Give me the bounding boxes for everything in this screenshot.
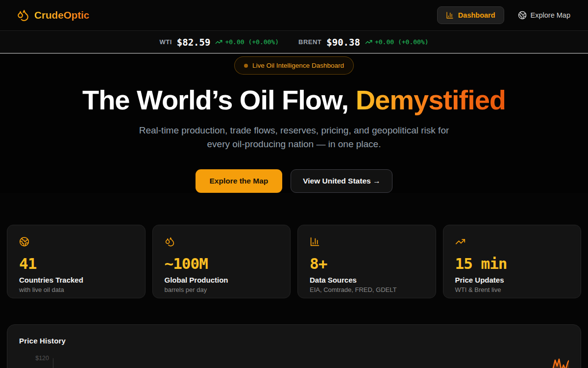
- page-subtitle: Real-time production, trade flows, reser…: [0, 124, 588, 152]
- droplets-icon: [17, 9, 29, 22]
- explore-map-button[interactable]: Explore the Map: [196, 169, 283, 193]
- wti-price: $82.59: [177, 37, 211, 48]
- wti-label: WTI: [159, 38, 172, 46]
- stat-value: 15 min: [455, 255, 569, 272]
- dashboard-button[interactable]: Dashboard: [437, 6, 504, 24]
- hero-cta-row: Explore the Map View United States →: [0, 169, 588, 193]
- stat-label: Countries Tracked: [19, 276, 133, 284]
- stat-subtext: EIA, Comtrade, FRED, GDELT: [310, 286, 424, 293]
- nav-links: Dashboard Explore Map: [437, 6, 570, 24]
- status-dot-icon: [244, 64, 248, 68]
- wti-change: +0.00 (+0.00%): [215, 38, 279, 46]
- navbar: CrudeOptic Dashboard Explore Map: [0, 0, 588, 31]
- trending-up-icon: [365, 38, 372, 46]
- brent-price: $90.38: [326, 37, 360, 48]
- explore-map-link[interactable]: Explore Map: [518, 11, 570, 20]
- dashboard-button-label: Dashboard: [458, 11, 495, 19]
- page-subtitle-line2: every oil-producing nation — in one plac…: [0, 137, 588, 152]
- price-ticker-bar: WTI $82.59 +0.00 (+0.00%) BRENT $90.38 +…: [0, 31, 588, 53]
- stats-row: 41 Countries Tracked with live oil data …: [7, 225, 581, 298]
- page-title-main: The World’s Oil Flow,: [82, 84, 356, 115]
- brent-ticker: BRENT $90.38 +0.00 (+0.00%): [298, 37, 429, 48]
- globe-icon: [518, 11, 527, 20]
- stat-card-updates: 15 min Price Updates WTI & Brent live: [443, 225, 582, 298]
- view-united-states-button[interactable]: View United States →: [291, 169, 392, 193]
- y-axis-labels: $120: [19, 358, 53, 368]
- stat-value: 8+: [310, 255, 424, 272]
- wti-ticker: WTI $82.59 +0.00 (+0.00%): [159, 37, 279, 48]
- wti-change-text: +0.00 (+0.00%): [225, 38, 279, 46]
- live-badge: Live Oil Intelligence Dashboard: [234, 56, 354, 75]
- stat-card-production: ~100M Global Production barrels per day: [152, 225, 291, 298]
- live-badge-label: Live Oil Intelligence Dashboard: [252, 62, 344, 69]
- stat-value: 41: [19, 255, 133, 272]
- brand-name: CrudeOptic: [34, 9, 89, 21]
- stat-label: Data Sources: [310, 276, 424, 284]
- globe-icon: [19, 237, 29, 247]
- trending-up-icon: [215, 38, 222, 46]
- page-title-accent: Demystified: [356, 84, 506, 115]
- price-history-chart: $120: [19, 358, 569, 368]
- hero-section: Live Oil Intelligence Dashboard The Worl…: [0, 53, 588, 193]
- brent-change-text: +0.00 (+0.00%): [375, 38, 429, 46]
- price-line-chart: [53, 358, 569, 368]
- explore-map-label: Explore Map: [531, 11, 570, 19]
- brent-change: +0.00 (+0.00%): [365, 38, 429, 46]
- stat-value: ~100M: [165, 255, 279, 272]
- droplets-icon: [165, 237, 175, 247]
- stat-subtext: barrels per day: [165, 286, 279, 293]
- stat-label: Global Production: [165, 276, 279, 284]
- bar-chart-icon: [446, 11, 454, 19]
- page-title: The World’s Oil Flow, Demystified: [0, 85, 588, 115]
- stat-label: Price Updates: [455, 276, 569, 284]
- stat-card-countries: 41 Countries Tracked with live oil data: [7, 225, 146, 298]
- stat-subtext: with live oil data: [19, 286, 133, 293]
- brand-logo[interactable]: CrudeOptic: [17, 9, 89, 22]
- price-history-title: Price History: [19, 337, 569, 345]
- stat-card-sources: 8+ Data Sources EIA, Comtrade, FRED, GDE…: [297, 225, 436, 298]
- price-history-card: Price History $120: [7, 324, 581, 368]
- brent-label: BRENT: [298, 38, 321, 46]
- bar-chart-icon: [310, 237, 320, 247]
- stat-subtext: WTI & Brent live: [455, 286, 569, 293]
- page-subtitle-line1: Real-time production, trade flows, reser…: [0, 124, 588, 138]
- chart-plot-area[interactable]: [53, 358, 569, 368]
- y-axis-tick: $120: [19, 355, 49, 362]
- trending-up-icon: [455, 237, 466, 247]
